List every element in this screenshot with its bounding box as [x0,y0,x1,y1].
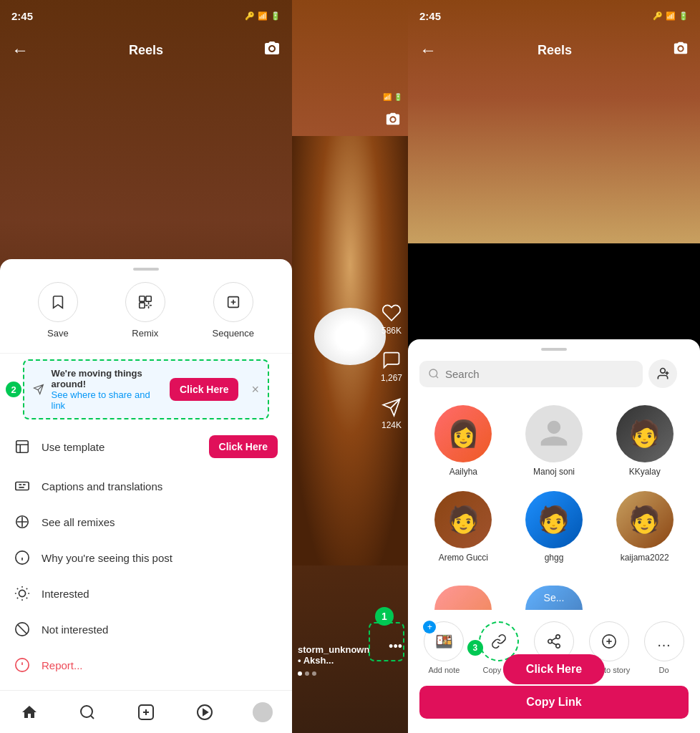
person-name-manoj: Manoj soni [533,467,575,477]
svg-line-30 [552,642,556,645]
camera-icon-center [385,111,401,127]
why-seeing-label: Why you're seeing this post [42,552,172,564]
click-here-button-left[interactable]: Click Here [170,378,238,401]
use-template-item[interactable]: Use template Click Here [0,425,292,468]
search-input[interactable] [445,368,634,380]
report-label: Report... [42,659,83,671]
status-bar-right: 2:45 🔑📶🔋 [408,0,700,31]
add-note-circle: + 🍱 [424,621,464,661]
report-item[interactable]: Report... [0,647,292,683]
person-name-aremo: Aremo Gucci [439,553,488,563]
comment-icon [381,350,402,370]
svg-marker-20 [203,709,208,715]
why-seeing-item[interactable]: Why you're seeing this post [0,540,292,576]
add-person-icon [656,366,670,381]
person-aremo-gucci[interactable]: 🧑 Aremo Gucci [419,485,507,568]
add-person-button[interactable] [648,359,677,388]
camera-button-center[interactable] [385,111,401,131]
camera-button-right[interactable] [673,40,689,60]
reels-nav-icon [196,704,213,721]
use-template-click-here[interactable]: Click Here [209,435,278,458]
do-btn-item[interactable]: … Do [639,621,689,674]
notif-texts: We're moving things around! See where to… [52,368,162,411]
nav-add[interactable] [129,695,163,729]
search-icon-right [428,368,439,379]
do-label: Do [659,666,669,674]
add-note-btn-item[interactable]: + 🍱 Add note [419,621,469,674]
remix-action[interactable]: Remix [125,282,165,339]
sheet-handle [133,268,159,271]
center-status-icons: 📶 🔋 [383,93,402,101]
partial-person-2[interactable]: Se... [510,580,598,616]
status-time-left: 2:45 [11,10,33,22]
share-move-icon [33,383,44,396]
remixes-label: See all remixes [42,516,115,528]
partial-person-1[interactable] [419,580,507,616]
send-icon [381,397,402,417]
see-all-remixes-item[interactable]: See all remixes [0,504,292,540]
svg-point-28 [548,639,553,644]
person-kaijama2022[interactable]: 🧑 kaijama2022 [601,485,689,568]
copy-link-main-button[interactable]: Copy Link [419,686,689,719]
back-button-right[interactable]: ← [419,40,437,60]
nav-home[interactable] [12,695,47,729]
interested-item[interactable]: Interested [0,576,292,611]
default-avatar-icon [538,418,570,450]
person-kkyalay[interactable]: 🧑 KKyalay [601,399,689,482]
avatar-aremo: 🧑 [434,491,492,548]
share-action[interactable]: 124K [381,397,402,430]
side-actions: 586K 1,267 124K [381,303,402,430]
not-interested-item[interactable]: Not interested [0,611,292,647]
report-icon [14,657,30,673]
bottom-nav [0,690,292,733]
profile-avatar [253,702,273,722]
person-icon-kaijama: 🧑 [628,505,661,535]
header-left: ← Reels [0,31,292,69]
captions-item[interactable]: Captions and translations [0,468,292,504]
add-note-label: Add note [428,666,460,674]
header-title-right: Reels [538,43,572,58]
remixes-icon [14,514,30,530]
food-bowl [314,308,386,365]
person-manoj-soni[interactable]: Manoj soni [510,399,598,482]
nav-reels[interactable] [188,695,222,729]
click-here-right-button[interactable]: Click Here [503,654,605,684]
dashed-overlay [369,622,404,661]
step-badge-3: 3 [467,640,483,656]
notif-link[interactable]: See where to share and link [52,389,150,411]
like-action[interactable]: 586K [381,303,402,336]
link-icon [491,634,507,649]
person-aailyha[interactable]: 👩 Aailyha [419,399,507,482]
status-time-right: 2:45 [419,10,441,22]
camera-icon-right [673,40,689,56]
sequence-label: Sequence [213,328,255,339]
notification-wrapper: We're moving things around! See where to… [11,359,281,419]
partial-person-3 [601,580,689,616]
nav-profile[interactable] [246,695,280,729]
share-sheet-handle [541,348,567,351]
save-icon [50,294,66,310]
add-to-story-icon [601,634,617,649]
notif-text2: See where to share and link [52,389,162,411]
step-badge-1: 1 [375,607,394,626]
person-name-ghgg: ghgg [545,553,564,563]
share-icon [546,634,562,649]
copy-link-section: Copy Link [408,680,700,733]
save-action[interactable]: Save [38,282,78,339]
comment-action[interactable]: 1,267 [381,350,402,383]
back-button-left[interactable]: ← [11,40,29,60]
captions-label: Captions and translations [42,480,162,492]
person-ghgg[interactable]: 🧑 ghgg [510,485,598,568]
search-bar[interactable] [419,361,643,387]
sequence-action[interactable]: Sequence [213,282,255,339]
dot-1 [298,671,302,676]
svg-point-23 [429,369,437,377]
camera-button-left[interactable] [263,39,281,61]
nav-search[interactable] [70,695,104,729]
notification-close[interactable]: × [251,382,259,397]
heart-icon [381,303,402,323]
svg-point-24 [661,369,666,374]
save-label: Save [47,328,69,339]
svg-point-17 [81,706,92,717]
person-icon-ghgg: 🧑 [538,505,570,535]
